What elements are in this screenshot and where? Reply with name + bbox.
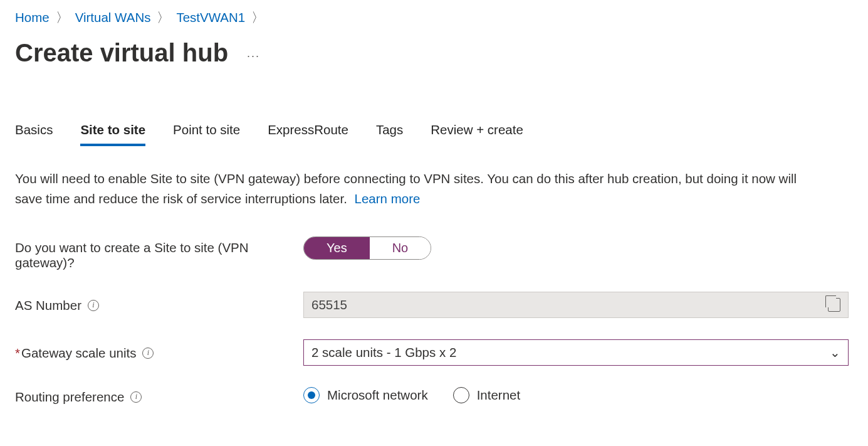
routing-preference-label: Routing preference xyxy=(15,390,124,405)
as-number-value: 65515 xyxy=(311,297,347,312)
tab-basics[interactable]: Basics xyxy=(15,122,53,146)
tab-review-create[interactable]: Review + create xyxy=(431,122,523,146)
scale-units-label: Gateway scale units xyxy=(21,346,136,360)
page-title: Create virtual hub xyxy=(15,39,228,67)
info-icon[interactable]: i xyxy=(130,391,142,403)
routing-pref-internet[interactable]: Internet xyxy=(453,387,521,403)
tab-point-to-site[interactable]: Point to site xyxy=(173,122,240,146)
copy-icon[interactable] xyxy=(828,298,840,312)
create-gateway-no[interactable]: No xyxy=(370,237,431,259)
radio-icon-selected xyxy=(303,387,320,403)
scale-units-value: 2 scale units - 1 Gbps x 2 xyxy=(311,345,456,360)
create-gateway-toggle: Yes No xyxy=(303,236,431,260)
scale-units-select[interactable]: 2 scale units - 1 Gbps x 2 ⌄ xyxy=(303,339,849,366)
chevron-right-icon: 〉 xyxy=(157,9,170,26)
tab-site-to-site[interactable]: Site to site xyxy=(80,122,145,146)
breadcrumb: Home 〉 Virtual WANs 〉 TestVWAN1 〉 xyxy=(15,9,853,26)
info-icon[interactable]: i xyxy=(142,348,154,359)
chevron-right-icon: 〉 xyxy=(56,9,69,26)
as-number-label: AS Number xyxy=(15,298,81,313)
chevron-down-icon: ⌄ xyxy=(830,345,840,360)
tab-tags[interactable]: Tags xyxy=(376,122,403,146)
tabs: Basics Site to site Point to site Expres… xyxy=(15,122,853,146)
radio-icon xyxy=(453,387,469,403)
more-actions-icon[interactable]: ··· xyxy=(247,43,260,63)
routing-pref-microsoft-label: Microsoft network xyxy=(327,388,428,403)
breadcrumb-virtual-wans[interactable]: Virtual WANs xyxy=(75,10,151,25)
required-asterisk: * xyxy=(15,346,20,360)
learn-more-link[interactable]: Learn more xyxy=(355,191,421,206)
tab-expressroute[interactable]: ExpressRoute xyxy=(268,122,348,146)
intro-text: You will need to enable Site to site (VP… xyxy=(15,169,824,209)
create-gateway-yes[interactable]: Yes xyxy=(304,237,370,259)
breadcrumb-home[interactable]: Home xyxy=(15,10,50,25)
create-gateway-label: Do you want to create a Site to site (VP… xyxy=(15,240,303,270)
routing-pref-internet-label: Internet xyxy=(477,388,521,403)
breadcrumb-testvwan1[interactable]: TestVWAN1 xyxy=(176,10,245,25)
info-icon[interactable]: i xyxy=(88,300,99,311)
chevron-right-icon: 〉 xyxy=(251,9,264,26)
as-number-field: 65515 xyxy=(303,292,849,318)
form: Do you want to create a Site to site (VP… xyxy=(15,236,853,405)
routing-pref-microsoft[interactable]: Microsoft network xyxy=(303,387,428,403)
